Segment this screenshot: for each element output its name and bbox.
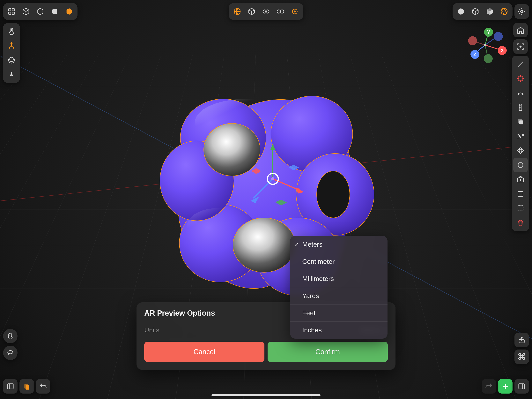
svg-rect-61 bbox=[519, 384, 525, 389]
cancel-button[interactable]: Cancel bbox=[144, 342, 265, 362]
home-indicator bbox=[211, 394, 321, 396]
mirror-arc-icon[interactable] bbox=[513, 86, 528, 100]
undo-icon[interactable] bbox=[36, 379, 50, 393]
hexagon-outline-icon[interactable] bbox=[33, 4, 48, 19]
trash-icon[interactable] bbox=[513, 215, 528, 230]
grid-icon[interactable] bbox=[4, 4, 19, 19]
svg-point-40 bbox=[518, 76, 523, 81]
svg-point-44 bbox=[518, 149, 523, 152]
wireframe-cube-icon[interactable] bbox=[468, 4, 482, 19]
svg-rect-23 bbox=[12, 9, 14, 11]
confirm-button[interactable]: Confirm bbox=[267, 342, 388, 362]
gizmo-neg-z-ball[interactable] bbox=[494, 32, 503, 41]
units-label: Units bbox=[144, 326, 159, 334]
svg-rect-22 bbox=[9, 9, 11, 11]
svg-point-39 bbox=[520, 46, 521, 47]
top-center-toolbar bbox=[229, 3, 303, 20]
svg-rect-46 bbox=[518, 163, 523, 167]
focus-crosshair-icon[interactable] bbox=[513, 39, 528, 54]
svg-point-35 bbox=[520, 10, 523, 13]
empty-square-icon[interactable] bbox=[513, 187, 528, 201]
bottom-left-upper-tools bbox=[3, 329, 18, 360]
units-option-label: Yards bbox=[302, 292, 319, 300]
svg-rect-25 bbox=[12, 12, 14, 14]
gyroscope-icon[interactable] bbox=[513, 143, 528, 158]
gizmo-z-label: Z bbox=[473, 51, 476, 58]
svg-point-45 bbox=[519, 148, 522, 154]
orientation-gizmo[interactable]: Y X Z bbox=[469, 28, 502, 62]
aperture-icon[interactable] bbox=[497, 4, 511, 19]
globe-icon[interactable] bbox=[230, 4, 244, 19]
stacked-sheets-icon[interactable] bbox=[513, 115, 528, 129]
svg-rect-26 bbox=[52, 9, 57, 14]
gizmo-x-ball[interactable]: X bbox=[498, 46, 507, 55]
bottom-left-tools bbox=[3, 379, 50, 393]
left-tools bbox=[3, 23, 20, 83]
orbit-sphere-icon[interactable] bbox=[4, 53, 19, 67]
clipboard-icon[interactable] bbox=[19, 379, 34, 393]
medkit-icon[interactable] bbox=[513, 172, 528, 187]
units-option-meters[interactable]: Meters bbox=[290, 236, 387, 253]
translate-icon[interactable] bbox=[4, 67, 19, 82]
units-option-yards[interactable]: Yards bbox=[290, 287, 387, 304]
units-option-label: Millimeters bbox=[302, 275, 334, 283]
right-tools: Nº bbox=[512, 23, 529, 231]
svg-rect-43 bbox=[519, 120, 523, 124]
cube-icon[interactable] bbox=[244, 4, 259, 19]
shaded-cube-icon[interactable] bbox=[482, 4, 497, 19]
lasso-icon[interactable] bbox=[3, 346, 18, 360]
filled-hexagon-icon[interactable] bbox=[62, 4, 76, 19]
scrub-hand-icon[interactable] bbox=[3, 329, 18, 343]
top-left-toolbar bbox=[3, 3, 77, 20]
units-option-label: Inches bbox=[302, 326, 322, 334]
redo-icon[interactable] bbox=[482, 379, 496, 393]
svg-rect-49 bbox=[518, 206, 523, 211]
units-option-centimeter[interactable]: Centimeter bbox=[290, 253, 387, 270]
svg-rect-60 bbox=[26, 385, 29, 389]
units-popover: Meters Centimeter Millimeters Yards Feet… bbox=[290, 236, 387, 339]
confirm-button-label: Confirm bbox=[315, 348, 340, 356]
share-icon[interactable] bbox=[514, 333, 529, 347]
target-node-icon[interactable] bbox=[288, 4, 302, 19]
svg-point-33 bbox=[294, 11, 296, 12]
plus-icon[interactable] bbox=[498, 379, 513, 393]
gizmo-neg-x-ball[interactable] bbox=[468, 36, 477, 45]
gizmo-neg-y-ball[interactable] bbox=[484, 54, 493, 63]
units-option-label: Centimeter bbox=[302, 258, 335, 265]
svg-point-30 bbox=[277, 10, 281, 13]
svg-point-57 bbox=[8, 350, 13, 354]
numbering-icon[interactable]: Nº bbox=[513, 129, 528, 143]
rounded-square-icon[interactable] bbox=[513, 158, 528, 172]
gizmo-z-ball[interactable]: Z bbox=[470, 50, 479, 59]
svg-point-31 bbox=[280, 10, 284, 13]
units-option-feet[interactable]: Feet bbox=[290, 304, 387, 322]
svg-rect-24 bbox=[9, 12, 11, 14]
touch-hand-icon[interactable] bbox=[4, 24, 19, 39]
units-option-millimeters[interactable]: Millimeters bbox=[290, 270, 387, 287]
link-off-icon[interactable] bbox=[273, 4, 288, 19]
gear-icon[interactable] bbox=[514, 4, 529, 19]
filled-square-icon[interactable] bbox=[48, 4, 62, 19]
gizmo-y-ball[interactable]: Y bbox=[484, 28, 493, 37]
home-icon[interactable] bbox=[513, 23, 528, 37]
select-dashed-icon[interactable] bbox=[513, 201, 528, 215]
command-icon[interactable]: ⌘ bbox=[514, 349, 529, 364]
cube-outline-icon[interactable] bbox=[19, 4, 33, 19]
units-option-label: Meters bbox=[302, 241, 323, 248]
package-icon[interactable] bbox=[454, 4, 468, 19]
right-lower-tools: ⌘ bbox=[514, 333, 529, 364]
panel-right-icon[interactable] bbox=[514, 379, 529, 393]
units-option-label: Feet bbox=[302, 309, 316, 317]
link-icon[interactable] bbox=[259, 4, 273, 19]
axis-move-icon[interactable] bbox=[4, 39, 19, 53]
units-option-inches[interactable]: Inches bbox=[290, 322, 387, 339]
ruler-vertical-icon[interactable] bbox=[513, 100, 528, 115]
bottom-right-tools bbox=[482, 379, 529, 393]
svg-rect-48 bbox=[518, 191, 523, 196]
svg-rect-58 bbox=[7, 384, 13, 389]
diagonal-line-icon[interactable] bbox=[513, 57, 528, 71]
panel-left-icon[interactable] bbox=[3, 379, 18, 393]
gizmo-y-label: Y bbox=[487, 29, 490, 35]
crosshair-target-icon[interactable] bbox=[513, 71, 528, 86]
gizmo-x-label: X bbox=[500, 48, 504, 54]
